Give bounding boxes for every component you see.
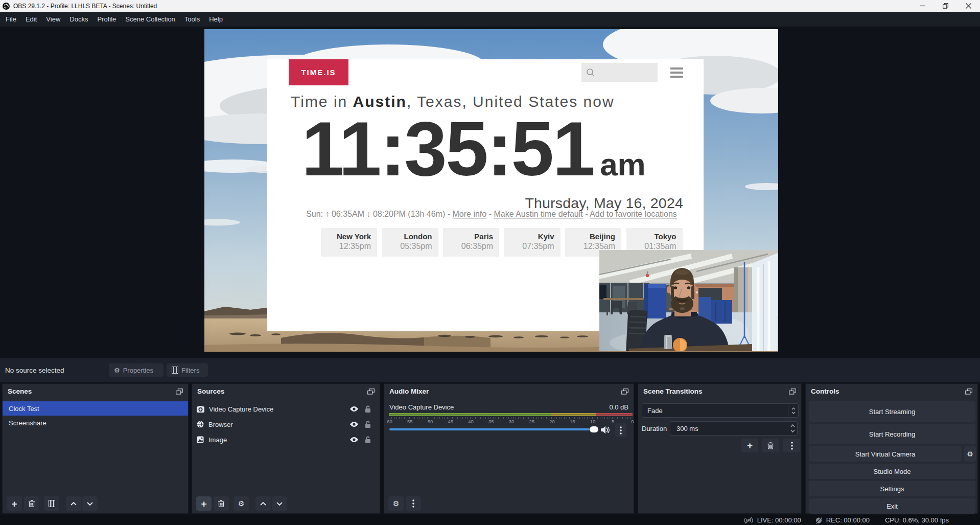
move-source-up-button[interactable] bbox=[255, 496, 271, 511]
trash-icon bbox=[767, 442, 774, 449]
make-default-link[interactable]: Make Austin time default bbox=[494, 210, 582, 219]
menu-scene-collection[interactable]: Scene Collection bbox=[121, 15, 180, 23]
remove-scene-button[interactable] bbox=[24, 496, 39, 511]
tick-label: -30 bbox=[507, 419, 515, 424]
menu-file[interactable]: File bbox=[1, 15, 21, 23]
filters-button[interactable]: Filters bbox=[167, 363, 208, 377]
status-bar: LIVE: 00:00:00 REC: 00:00:00 CPU: 0.6%, … bbox=[0, 515, 980, 525]
world-clock-london[interactable]: London05:35pm bbox=[382, 228, 438, 257]
world-clock-kyiv[interactable]: Kyiv07:35pm bbox=[504, 228, 561, 257]
tick-label: -35 bbox=[487, 419, 494, 424]
advanced-audio-button[interactable]: ⚙ bbox=[388, 496, 404, 511]
webcam-video bbox=[599, 250, 778, 351]
source-item-image[interactable]: Image bbox=[192, 432, 380, 447]
menu-help[interactable]: Help bbox=[204, 15, 227, 23]
tick-label: -5 bbox=[610, 419, 614, 424]
source-toolbar: No source selected ⚙Properties Filters bbox=[0, 358, 980, 382]
more-info-link[interactable]: More info bbox=[453, 210, 487, 219]
remove-transition-button[interactable] bbox=[762, 439, 779, 452]
studio-mode-button[interactable]: Studio Mode bbox=[809, 464, 975, 479]
popout-icon[interactable] bbox=[176, 389, 183, 395]
scene-filters-button[interactable] bbox=[44, 496, 59, 511]
window-title: OBS 29.1.2 - Profile: LLHLS BETA - Scene… bbox=[13, 3, 157, 10]
volume-slider-handle[interactable] bbox=[590, 426, 598, 432]
settings-button[interactable]: Settings bbox=[809, 481, 975, 496]
menu-icon[interactable] bbox=[670, 67, 683, 78]
volume-slider[interactable] bbox=[389, 428, 590, 430]
move-source-down-button[interactable] bbox=[272, 496, 287, 511]
gear-icon: ⚙ bbox=[393, 499, 400, 508]
tick-label: 0 bbox=[631, 419, 634, 424]
move-scene-down-button[interactable] bbox=[82, 496, 98, 511]
tick-label: -45 bbox=[446, 419, 453, 424]
chevron-up-icon bbox=[790, 424, 795, 427]
popout-icon[interactable] bbox=[367, 389, 375, 395]
add-scene-button[interactable]: + bbox=[7, 496, 22, 511]
source-item-video-capture[interactable]: Video Capture Device bbox=[192, 401, 380, 417]
lock-icon[interactable] bbox=[365, 436, 371, 443]
popout-icon[interactable] bbox=[789, 389, 796, 395]
lock-icon[interactable] bbox=[365, 405, 371, 413]
add-transition-button[interactable]: + bbox=[741, 439, 758, 452]
menu-tools[interactable]: Tools bbox=[180, 15, 204, 23]
menu-docks[interactable]: Docks bbox=[65, 15, 92, 23]
minimize-button[interactable] bbox=[911, 0, 934, 12]
scene-item-clock-test[interactable]: Clock Test bbox=[3, 401, 188, 416]
remove-source-button[interactable] bbox=[214, 496, 229, 511]
mixer-db-label: 0.0 dB bbox=[609, 403, 628, 411]
webcam-overlay bbox=[599, 250, 778, 351]
trash-icon bbox=[218, 500, 224, 507]
add-favorite-link[interactable]: Add to favorite locations bbox=[590, 210, 677, 219]
start-streaming-button[interactable]: Start Streaming bbox=[809, 401, 975, 422]
menu-bar: File Edit View Docks Profile Scene Colle… bbox=[0, 12, 980, 27]
menu-view[interactable]: View bbox=[41, 15, 65, 23]
visibility-icon[interactable] bbox=[349, 406, 359, 412]
tick-label: -25 bbox=[527, 419, 534, 424]
chevron-down-icon bbox=[276, 502, 283, 506]
transition-select[interactable]: Fade bbox=[642, 403, 799, 418]
world-clock-newyork[interactable]: New York12:35pm bbox=[321, 228, 377, 257]
scene-preview[interactable]: TIME.IS Time in Austin, Texas, United St… bbox=[204, 29, 778, 352]
menu-profile[interactable]: Profile bbox=[92, 15, 121, 23]
live-time: LIVE: 00:00:00 bbox=[757, 516, 801, 524]
timeis-logo[interactable]: TIME.IS bbox=[289, 59, 348, 85]
source-item-browser[interactable]: Browser bbox=[192, 417, 380, 432]
tick-label: -60 bbox=[385, 419, 392, 424]
mixer-menu-button[interactable] bbox=[406, 496, 421, 511]
virtual-camera-settings-button[interactable]: ⚙ bbox=[964, 446, 976, 462]
popout-icon[interactable] bbox=[965, 389, 972, 395]
start-virtual-camera-button[interactable]: Start Virtual Camera bbox=[809, 446, 962, 462]
mixer-options-button[interactable] bbox=[615, 423, 626, 437]
controls-panel: Controls Start Streaming Start Recording… bbox=[805, 383, 978, 514]
chevron-down-icon bbox=[790, 429, 795, 432]
exit-button[interactable]: Exit bbox=[809, 498, 975, 514]
rec-time: REC: 00:00:00 bbox=[826, 516, 870, 524]
sources-panel: Sources Video Capture Device Browser Ima… bbox=[192, 383, 380, 514]
scene-transitions-panel: Scene Transitions Fade Duration 300 ms + bbox=[638, 383, 802, 514]
filter-icon bbox=[49, 500, 55, 507]
scene-item-screenshare[interactable]: Screenshare bbox=[3, 416, 188, 430]
visibility-icon[interactable] bbox=[349, 437, 359, 443]
close-button[interactable] bbox=[957, 0, 980, 12]
visibility-icon[interactable] bbox=[349, 421, 359, 427]
scenes-title: Scenes bbox=[8, 387, 176, 395]
world-clock-paris[interactable]: Paris06:35pm bbox=[443, 228, 499, 257]
speaker-icon[interactable] bbox=[601, 426, 610, 434]
menu-edit[interactable]: Edit bbox=[21, 15, 41, 23]
properties-button[interactable]: ⚙Properties bbox=[109, 363, 164, 377]
main-area: TIME.IS Time in Austin, Texas, United St… bbox=[0, 27, 980, 358]
rec-status-icon bbox=[815, 517, 823, 524]
start-recording-button[interactable]: Start Recording bbox=[809, 424, 975, 444]
transition-options-button[interactable] bbox=[783, 439, 800, 452]
restore-button[interactable] bbox=[934, 0, 957, 12]
search-input[interactable] bbox=[581, 63, 658, 82]
lock-icon[interactable] bbox=[365, 421, 371, 428]
popout-icon[interactable] bbox=[621, 389, 628, 395]
sun-info: Sun: ↑ 06:35AM ↓ 08:20PM (13h 46m) - Mor… bbox=[273, 210, 710, 219]
duration-input[interactable]: 300 ms bbox=[670, 421, 798, 436]
move-scene-up-button[interactable] bbox=[66, 496, 81, 511]
sources-title: Sources bbox=[197, 387, 367, 395]
add-source-button[interactable]: + bbox=[196, 496, 212, 511]
source-properties-button[interactable]: ⚙ bbox=[234, 496, 249, 511]
search-icon bbox=[586, 68, 595, 77]
